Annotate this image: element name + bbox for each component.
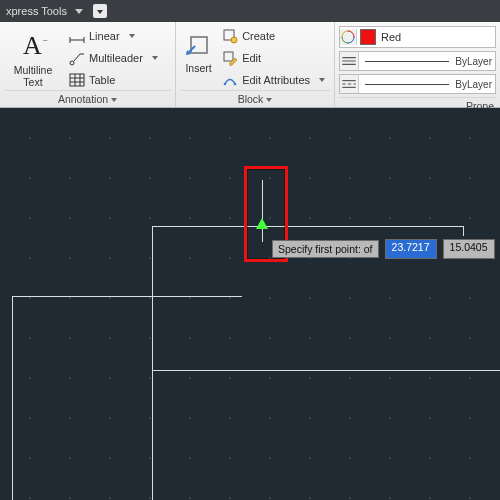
create-icon [222,28,238,44]
panel-title-annotation[interactable]: Annotation [4,90,171,108]
svg-rect-8 [224,52,233,61]
drawing-line [152,370,153,500]
linetype-picker[interactable]: ByLayer [339,74,496,94]
edit-label: Edit [242,52,261,64]
edit-attributes-label: Edit Attributes [242,74,310,86]
endpoint-marker-icon [256,218,268,229]
coord-x-input[interactable]: 23.7217 [385,239,437,259]
svg-rect-3 [70,74,84,86]
color-swatch [360,29,376,45]
panel-properties: Red ByLayer ByLayer Prope [335,22,500,107]
create-button[interactable]: Create [219,26,328,46]
svg-point-7 [231,37,237,43]
panel-title-block[interactable]: Block [180,90,330,108]
edit-attributes-button[interactable]: Edit Attributes [219,70,328,90]
line-sample [365,84,449,85]
lineweight-picker[interactable]: ByLayer [339,51,496,71]
linear-button[interactable]: Linear [66,26,161,46]
command-prompt: Specify first point: of 23.7217 15.0405 [272,239,495,259]
svg-point-10 [234,83,237,86]
drawing-line [12,296,13,500]
panel-block: Insert Create Edit [176,22,335,107]
drawing-canvas[interactable]: Specify first point: of 23.7217 15.0405 [0,108,500,500]
prompt-text: Specify first point: of [272,240,379,258]
chevron-down-icon [266,98,272,102]
edit-button[interactable]: Edit [219,48,328,68]
drawing-line [152,226,153,370]
create-label: Create [242,30,275,42]
panel-annotation: A – Multiline Text Linear [0,22,176,107]
svg-point-9 [224,83,227,86]
linetype-label: ByLayer [455,79,495,90]
drawing-line [12,296,242,297]
ribbon: A – Multiline Text Linear [0,22,500,108]
line-sample [365,61,449,62]
coord-y-input[interactable]: 15.0405 [443,239,495,259]
insert-icon [184,30,214,60]
multiline-text-icon: A – [13,28,53,62]
chevron-down-icon[interactable] [75,9,83,14]
svg-text:–: – [43,35,48,44]
chevron-down-icon[interactable] [319,78,325,82]
chevron-down-icon[interactable] [129,34,135,38]
color-wheel-icon [340,29,357,45]
title-bar: xpress Tools [0,0,500,22]
table-icon [69,72,85,88]
title-dropdown-button[interactable] [93,4,107,18]
lineweight-label: ByLayer [455,56,495,67]
multiline-text-button[interactable]: A – Multiline Text [4,24,62,88]
drawing-line [152,226,464,227]
drawing-line [152,370,500,371]
table-button[interactable]: Table [66,70,161,90]
linear-label: Linear [89,30,120,42]
linetype-icon [340,75,359,93]
multileader-button[interactable]: Multileader [66,48,161,68]
linear-icon [69,28,85,44]
lineweight-icon [340,52,359,70]
multiline-text-label: Multiline Text [4,64,62,88]
multileader-icon [69,50,85,66]
chevron-down-icon[interactable] [152,56,158,60]
insert-label: Insert [180,62,217,74]
svg-point-2 [70,61,74,65]
color-label: Red [379,31,495,43]
table-label: Table [89,74,115,86]
chevron-down-icon [111,98,117,102]
drawing-line [463,226,464,236]
svg-text:A: A [23,31,42,60]
color-picker[interactable]: Red [339,26,496,48]
multileader-label: Multileader [89,52,143,64]
svg-rect-4 [191,37,207,53]
insert-button[interactable]: Insert [180,24,217,74]
edit-icon [222,50,238,66]
tab-express-tools[interactable]: xpress Tools [6,5,67,17]
edit-attributes-icon [222,72,238,88]
